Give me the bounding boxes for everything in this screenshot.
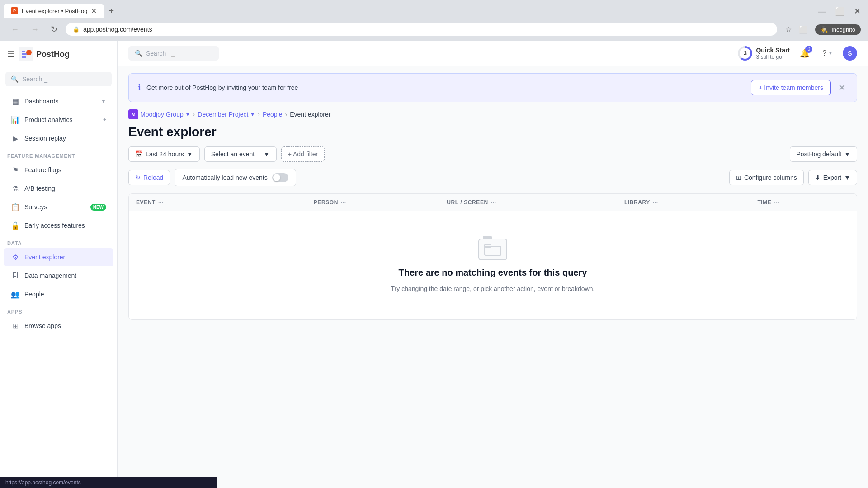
breadcrumb-section[interactable]: People	[263, 111, 283, 118]
breadcrumb-sep-2: ›	[258, 111, 260, 118]
back-btn[interactable]: ←	[7, 23, 23, 36]
event-select-chevron: ▼	[264, 150, 270, 158]
banner-close-btn[interactable]: ✕	[836, 82, 848, 93]
breadcrumb-org[interactable]: M Moodjoy Group ▼	[128, 109, 190, 119]
topbar-search[interactable]: 🔍 Search _	[128, 46, 219, 61]
person-col-menu[interactable]: ···	[341, 199, 346, 206]
forward-btn[interactable]: →	[27, 23, 42, 36]
quick-start-text: Quick Start 3 still to go	[756, 47, 790, 60]
sidebar-item-browse-apps[interactable]: ⊞ Browse apps	[4, 317, 113, 335]
time-range-btn[interactable]: 📅 Last 24 hours ▼	[128, 146, 200, 162]
add-filter-label: + Add filter	[288, 150, 318, 158]
sidebar-item-event-explorer[interactable]: ⚙ Event explorer	[4, 248, 113, 266]
col-url: URL / SCREEN ···	[439, 194, 617, 211]
svg-point-1	[26, 50, 32, 55]
minimize-btn[interactable]: —	[818, 7, 826, 16]
notif-badge: 0	[805, 46, 812, 53]
project-chevron: ▼	[250, 112, 255, 117]
sidebar-item-dashboards[interactable]: ▦ Dashboards ▼	[4, 92, 113, 110]
apps-section-label: APPS	[0, 304, 117, 316]
quick-start-title: Quick Start	[756, 47, 790, 54]
browser-tab[interactable]: P Event explorer • PostHog ✕	[4, 4, 104, 18]
dashboard-icon: ▦	[11, 97, 20, 106]
page-header: Event explorer	[118, 123, 868, 146]
url-col-menu[interactable]: ···	[491, 199, 496, 206]
status-url: https://app.posthog.com/events	[5, 479, 81, 486]
sidebar-item-feature-flags[interactable]: ⚑ Feature flags	[4, 161, 113, 179]
user-avatar[interactable]: S	[843, 46, 857, 61]
empty-title: There are no matching events for this qu…	[399, 267, 587, 278]
maximize-btn[interactable]: ⬜	[835, 6, 845, 16]
section-name: People	[263, 111, 283, 118]
sidebar-item-data-management[interactable]: 🗄 Data management	[4, 267, 113, 285]
empty-state: There are no matching events for this qu…	[129, 211, 857, 319]
new-tab-btn[interactable]: +	[104, 4, 118, 18]
posthog-default-btn[interactable]: PostHog default ▼	[790, 146, 857, 162]
sidebar-item-people[interactable]: 👥 People	[4, 285, 113, 303]
configure-label: Configure columns	[744, 174, 797, 181]
sidebar-item-surveys[interactable]: 📋 Surveys NEW	[4, 198, 113, 216]
lock-icon: 🔒	[73, 26, 80, 33]
library-col-label: LIBRARY	[624, 199, 650, 206]
incognito-label: Incognito	[831, 26, 855, 33]
time-range-chevron: ▼	[187, 150, 193, 158]
sidebar-item-session-replay[interactable]: ▶ Session replay	[4, 129, 113, 147]
extension-icon[interactable]: ⬜	[799, 25, 808, 34]
calendar-icon: 📅	[135, 150, 143, 158]
reload-icon: ↻	[135, 174, 141, 181]
logo-text: PostHog	[36, 50, 70, 59]
address-bar[interactable]: 🔒 app.posthog.com/events	[66, 23, 777, 36]
sidebar-item-label: Data management	[24, 272, 106, 279]
auto-load-switch[interactable]	[272, 173, 288, 182]
reload-btn[interactable]: ↻ Reload	[128, 170, 170, 185]
select-event-btn[interactable]: Select an event ▼	[204, 146, 277, 162]
sidebar-item-label: Session replay	[24, 135, 106, 142]
time-col-menu[interactable]: ···	[774, 199, 779, 206]
tab-title: Event explorer • PostHog	[22, 8, 87, 14]
sidebar-search-box[interactable]: 🔍 Search _	[5, 72, 112, 86]
reload-browser-btn[interactable]: ↻	[47, 23, 61, 36]
sidebar-item-label: Product analytics	[24, 116, 99, 123]
export-btn[interactable]: ⬇ Export ▼	[808, 170, 857, 185]
invite-team-btn[interactable]: + Invite team members	[751, 80, 831, 95]
bookmark-icon[interactable]: ☆	[785, 25, 792, 34]
sidebar-item-label: Early access features	[24, 222, 106, 229]
library-col-menu[interactable]: ···	[653, 199, 658, 206]
help-icon: ?	[822, 49, 826, 57]
sidebar-item-product-analytics[interactable]: 📊 Product analytics +	[4, 111, 113, 129]
sidebar-item-label: A/B testing	[24, 185, 106, 192]
sidebar-item-label: People	[24, 291, 106, 298]
page-title: Event explorer	[128, 125, 857, 139]
add-filter-btn[interactable]: + Add filter	[281, 146, 325, 162]
main-content: 🔍 Search _ 3 Quick Start 3 still to go 🔔…	[118, 41, 868, 488]
event-col-menu[interactable]: ···	[158, 199, 164, 206]
help-chevron: ▼	[828, 51, 833, 56]
ab-icon: ⚗	[11, 184, 20, 193]
menu-toggle-icon[interactable]: ☰	[7, 49, 14, 59]
main-toolbar: 📅 Last 24 hours ▼ Select an event ▼ + Ad…	[118, 146, 868, 169]
status-bar: https://app.posthog.com/events	[0, 477, 217, 488]
posthog-logo-mark	[19, 47, 33, 61]
breadcrumb-project[interactable]: December Project ▼	[198, 111, 255, 118]
notifications-btn[interactable]: 🔔 0	[797, 46, 812, 61]
quick-start-widget[interactable]: 3 Quick Start 3 still to go	[738, 46, 790, 61]
help-btn[interactable]: ? ▼	[820, 47, 835, 60]
breadcrumb-current: Event explorer	[290, 111, 330, 118]
sidebar-search-icon: 🔍	[11, 75, 19, 83]
sidebar-item-early-access[interactable]: 🔓 Early access features	[4, 216, 113, 235]
page-content: ℹ Get more out of PostHog by inviting yo…	[118, 66, 868, 488]
auto-load-label: Automatically load new events	[182, 174, 267, 181]
event-col-label: EVENT	[136, 199, 156, 206]
time-col-label: TIME	[757, 199, 771, 206]
sidebar-item-ab-testing[interactable]: ⚗ A/B testing	[4, 179, 113, 197]
plus-icon: +	[103, 117, 106, 123]
banner-text: Get more out of PostHog by inviting your…	[146, 84, 745, 91]
data-icon: 🗄	[11, 271, 20, 280]
close-window-btn[interactable]: ✕	[854, 6, 861, 16]
search-label: Search	[146, 50, 166, 57]
configure-columns-btn[interactable]: ⊞ Configure columns	[729, 170, 804, 185]
org-chevron: ▼	[185, 112, 190, 117]
tab-close-btn[interactable]: ✕	[91, 7, 97, 15]
posthog-logo[interactable]: PostHog	[19, 47, 70, 61]
info-icon: ℹ	[138, 83, 141, 93]
